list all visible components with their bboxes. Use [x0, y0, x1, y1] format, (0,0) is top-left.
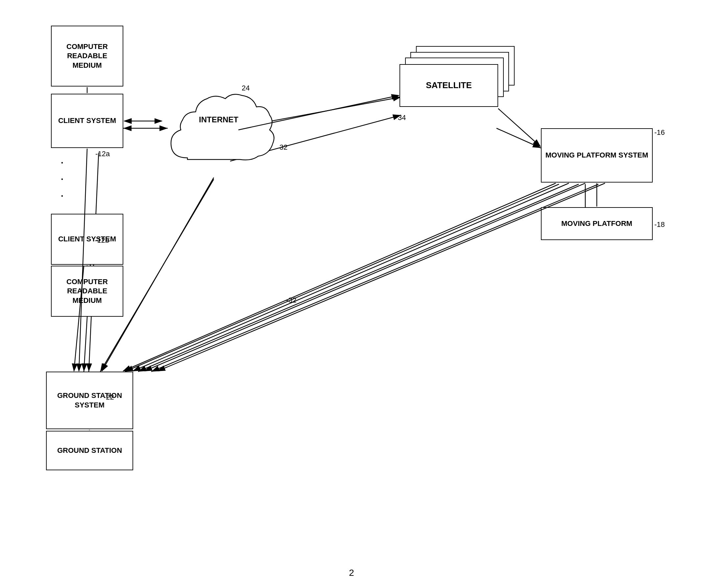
label-12a: -12a — [95, 150, 110, 158]
crm-top-box: COMPUTER READABLE MEDIUM — [51, 26, 123, 86]
label-22: -22 — [103, 393, 114, 401]
internet-label: INTERNET — [181, 115, 256, 124]
svg-line-21 — [498, 108, 540, 146]
label-12b: -12b — [95, 236, 109, 245]
moving-platform-box: MOVING PLATFORM — [541, 207, 653, 240]
label-18: -18 — [654, 220, 665, 229]
svg-line-23 — [123, 183, 556, 371]
internet-cloud: INTERNET — [161, 82, 276, 177]
label-34: 34 — [398, 114, 406, 122]
svg-line-11 — [138, 184, 579, 372]
label-32-upper: 32 — [280, 143, 287, 152]
dots-separator: ··· — [61, 155, 64, 204]
satellite-box: SATELLITE — [399, 64, 498, 107]
ground-station-system-box: GROUND STATION SYSTEM — [46, 372, 133, 429]
client-a-box: CLIENT SYSTEM — [51, 94, 123, 148]
crm-bottom-box: COMPUTER READABLE MEDIUM — [51, 266, 123, 317]
diagram: COMPUTER READABLE MEDIUM CLIENT SYSTEM -… — [0, 0, 703, 588]
ground-station-box: GROUND STATION — [46, 431, 133, 470]
svg-line-8 — [496, 128, 541, 148]
label-32-lower: -32 — [286, 296, 297, 304]
svg-line-12 — [151, 184, 599, 372]
moving-platform-system-box: MOVING PLATFORM SYSTEM — [541, 128, 653, 182]
client-b-box: CLIENT SYSTEM — [51, 214, 123, 265]
svg-line-26 — [158, 183, 605, 371]
svg-line-10 — [125, 184, 559, 372]
label-24: 24 — [242, 84, 250, 92]
page-number: 2 — [349, 568, 354, 578]
label-16: -16 — [654, 128, 665, 137]
svg-line-24 — [133, 183, 569, 371]
svg-line-25 — [145, 183, 585, 371]
